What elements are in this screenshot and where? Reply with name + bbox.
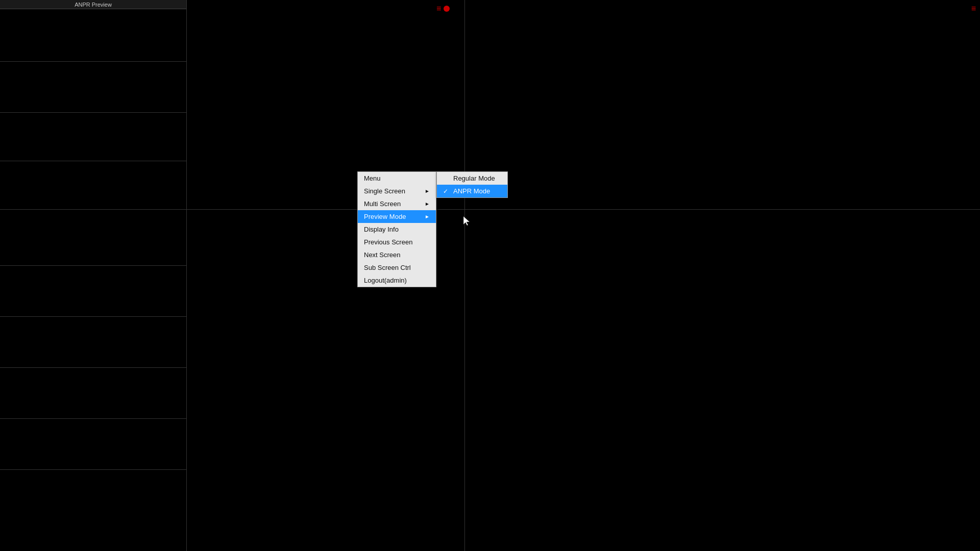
preview-mode-submenu: Regular Mode ✓ ANPR Mode bbox=[436, 171, 508, 198]
menu-item-previous-screen[interactable]: Previous Screen bbox=[358, 236, 436, 248]
menu-item-single-screen[interactable]: Single Screen ► bbox=[358, 185, 436, 197]
title-bar: ANPR Preview bbox=[0, 0, 186, 9]
menu-item-logout[interactable]: Logout(admin) bbox=[358, 274, 436, 287]
menu-icon-center[interactable]: ≡ bbox=[436, 4, 442, 13]
app-title: ANPR Preview bbox=[75, 2, 112, 8]
arrow-icon: ► bbox=[425, 214, 430, 219]
status-dot-center bbox=[444, 6, 450, 12]
left-hline-3 bbox=[0, 161, 186, 161]
checkmark-regular bbox=[443, 175, 450, 182]
context-menu: Menu Single Screen ► Multi Screen ► Prev… bbox=[357, 171, 436, 287]
menu-icon-right[interactable]: ≡ bbox=[971, 4, 976, 13]
mouse-cursor bbox=[463, 216, 471, 227]
menu-item-next-screen[interactable]: Next Screen bbox=[358, 248, 436, 261]
menu-item-display-info[interactable]: Display Info bbox=[358, 223, 436, 236]
main-grid bbox=[0, 0, 980, 551]
menu-item-multi-screen[interactable]: Multi Screen ► bbox=[358, 197, 436, 210]
vertical-line-2 bbox=[464, 0, 465, 551]
menu-item-menu[interactable]: Menu bbox=[358, 172, 436, 185]
left-hline-5 bbox=[0, 265, 186, 266]
svg-marker-0 bbox=[463, 216, 470, 226]
top-right-icons: ≡ bbox=[971, 4, 976, 13]
left-hline-9 bbox=[0, 469, 186, 470]
vertical-line-1 bbox=[186, 0, 187, 551]
left-hline-7 bbox=[0, 367, 186, 368]
menu-item-preview-mode[interactable]: Preview Mode ► bbox=[358, 210, 436, 223]
left-hline-2 bbox=[0, 112, 186, 113]
left-hline-6 bbox=[0, 316, 186, 317]
checkmark-anpr: ✓ bbox=[443, 188, 450, 195]
submenu-item-anpr-mode[interactable]: ✓ ANPR Mode bbox=[437, 185, 507, 197]
arrow-icon: ► bbox=[425, 201, 430, 207]
arrow-icon: ► bbox=[425, 188, 430, 194]
left-hline-4 bbox=[0, 209, 186, 210]
left-hline-8 bbox=[0, 418, 186, 419]
top-center-icons: ≡ bbox=[436, 4, 450, 13]
left-hline-1 bbox=[0, 61, 186, 62]
menu-item-sub-screen-ctrl[interactable]: Sub Screen Ctrl bbox=[358, 261, 436, 274]
submenu-item-regular-mode[interactable]: Regular Mode bbox=[437, 172, 507, 185]
